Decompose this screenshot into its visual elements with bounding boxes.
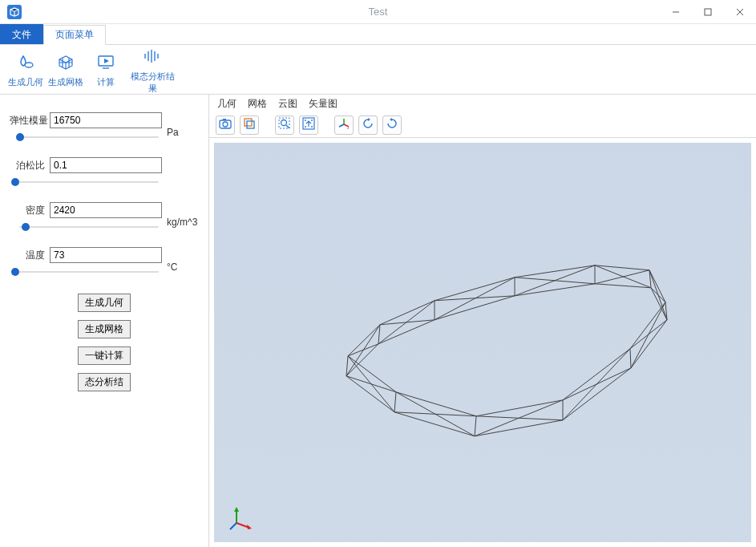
window-title: Test [369, 6, 388, 18]
modal-analysis-button[interactable]: 态分析结 [78, 373, 131, 391]
density-unit: kg/m^3 [167, 207, 199, 228]
svg-line-31 [346, 356, 348, 376]
viewer-tab-vector[interactable]: 矢量图 [309, 97, 338, 111]
tab-page-menu[interactable]: 页面菜单 [43, 25, 106, 45]
tab-file[interactable]: 文件 [0, 24, 43, 44]
svg-line-63 [346, 325, 380, 376]
menu-tabs: 文件 页面菜单 [0, 24, 756, 45]
viewer-tab-geometry[interactable]: 几何 [217, 97, 237, 111]
ribbon-modal-results[interactable]: 模态分析结果 [128, 45, 176, 95]
svg-rect-2 [705, 9, 711, 15]
ribbon: 生成几何 生成网格 计算 模态分析结果 [0, 45, 756, 95]
svg-point-14 [223, 122, 228, 127]
ribbon-label: 模态分析结果 [128, 71, 176, 95]
svg-line-45 [396, 392, 475, 436]
density-slider[interactable] [11, 221, 159, 233]
app-icon [5, 2, 24, 22]
field-density: 密度 kg/m^3 [10, 202, 199, 233]
close-button[interactable] [724, 1, 756, 23]
svg-point-24 [305, 126, 306, 128]
temperature-input[interactable] [50, 247, 162, 263]
window-controls [660, 1, 756, 23]
ribbon-label: 计算 [88, 76, 123, 88]
svg-line-47 [476, 416, 563, 420]
viewer-tab-cloud[interactable]: 云图 [278, 97, 297, 111]
screenshot-button[interactable] [216, 115, 235, 135]
fit-icon [302, 117, 315, 132]
svg-line-61 [378, 301, 435, 344]
svg-rect-16 [245, 119, 252, 126]
one-click-compute-button[interactable]: 一键计算 [78, 346, 131, 365]
fit-view-button[interactable] [299, 115, 318, 135]
svg-point-22 [305, 120, 306, 121]
axis-triad-icon [228, 505, 254, 531]
svg-line-59 [435, 278, 515, 320]
svg-point-19 [281, 120, 287, 126]
viewer-toolbar [209, 112, 756, 138]
svg-point-5 [25, 63, 33, 67]
ribbon-compute[interactable]: 计算 [88, 51, 123, 88]
field-poisson: 泊松比 [10, 157, 199, 188]
svg-line-32 [394, 392, 396, 412]
svg-line-41 [378, 325, 380, 344]
poisson-unit [167, 168, 199, 177]
svg-line-28 [339, 124, 344, 127]
camera-icon [219, 118, 232, 132]
svg-line-66 [230, 523, 237, 529]
ribbon-label: 生成网格 [48, 76, 83, 88]
density-label: 密度 [10, 204, 45, 217]
poisson-label: 泊松比 [10, 159, 45, 172]
generate-mesh-button[interactable]: 生成网格 [78, 320, 131, 338]
viewport-3d[interactable] [214, 143, 751, 542]
poisson-input[interactable] [50, 157, 162, 173]
svg-rect-17 [247, 121, 254, 128]
elastic-modulus-label: 弹性模量 [10, 114, 45, 128]
elastic-modulus-slider[interactable] [11, 132, 159, 143]
generate-geometry-button[interactable]: 生成几何 [78, 294, 131, 312]
svg-point-25 [311, 126, 313, 128]
svg-line-55 [595, 270, 649, 284]
svg-line-49 [563, 368, 631, 400]
svg-line-33 [475, 416, 476, 436]
svg-line-57 [515, 265, 595, 296]
elastic-modulus-unit: Pa [167, 117, 199, 138]
field-temperature: 温度 °C [10, 247, 199, 278]
svg-line-53 [651, 288, 665, 302]
viewer-tab-mesh[interactable]: 网格 [248, 97, 267, 111]
svg-marker-67 [234, 507, 239, 512]
poisson-slider[interactable] [11, 176, 159, 188]
svg-line-43 [348, 356, 394, 412]
waveform-icon [128, 45, 176, 67]
temperature-label: 温度 [10, 249, 45, 262]
temperature-slider[interactable] [11, 266, 159, 278]
svg-line-35 [630, 349, 631, 368]
rotate-cw-button[interactable] [382, 115, 402, 135]
ribbon-generate-geometry[interactable]: 生成几何 [8, 51, 43, 88]
svg-line-60 [380, 320, 435, 325]
svg-marker-68 [247, 525, 252, 529]
rotate-ccw-button[interactable] [358, 115, 378, 135]
minimize-button[interactable] [660, 1, 692, 23]
svg-marker-29 [346, 284, 667, 436]
wireframe-model [274, 200, 691, 464]
svg-line-20 [286, 125, 289, 128]
axes-icon [338, 117, 350, 132]
parameters-panel: 弹性模量 Pa 泊松比 [0, 95, 208, 547]
rotate-ccw-icon [362, 117, 374, 132]
elastic-modulus-input[interactable] [50, 112, 162, 128]
zoom-region-button[interactable] [275, 115, 294, 135]
ribbon-generate-mesh[interactable]: 生成网格 [48, 51, 83, 88]
density-input[interactable] [50, 202, 162, 218]
cube-grid-icon [48, 51, 83, 73]
svg-line-27 [344, 124, 349, 127]
select-button[interactable] [240, 115, 259, 135]
layers-icon [243, 117, 256, 132]
ribbon-label: 生成几何 [8, 76, 43, 88]
maximize-button[interactable] [692, 1, 724, 23]
zoom-box-icon [278, 117, 291, 132]
play-screen-icon [88, 51, 123, 73]
droplet-icon [8, 51, 43, 73]
viewer-panel: 几何 网格 云图 矢量图 [208, 95, 756, 547]
axes-orientation-button[interactable] [334, 115, 354, 135]
viewer-tabs: 几何 网格 云图 矢量图 [209, 95, 756, 112]
